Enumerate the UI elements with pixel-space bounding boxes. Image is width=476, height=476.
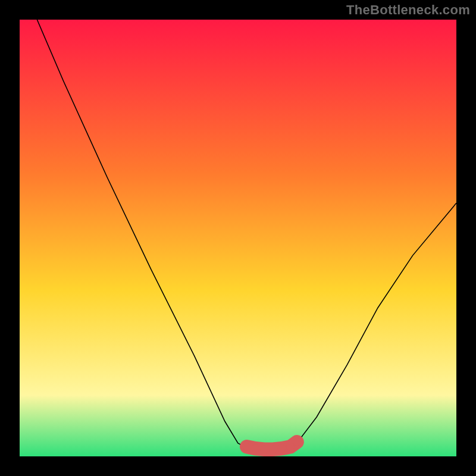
- gradient-background: [20, 20, 456, 456]
- watermark-label: TheBottleneck.com: [346, 2, 470, 18]
- min-marker: [260, 446, 268, 453]
- min-marker: [278, 444, 286, 452]
- min-marker: [286, 443, 294, 450]
- min-marker: [252, 444, 259, 452]
- bottleneck-curve-chart: [20, 20, 456, 456]
- min-marker: [269, 446, 277, 453]
- min-marker: [243, 443, 250, 450]
- plot-area: [20, 20, 456, 456]
- figure-frame: TheBottleneck.com: [0, 0, 476, 476]
- min-marker: [293, 438, 300, 446]
